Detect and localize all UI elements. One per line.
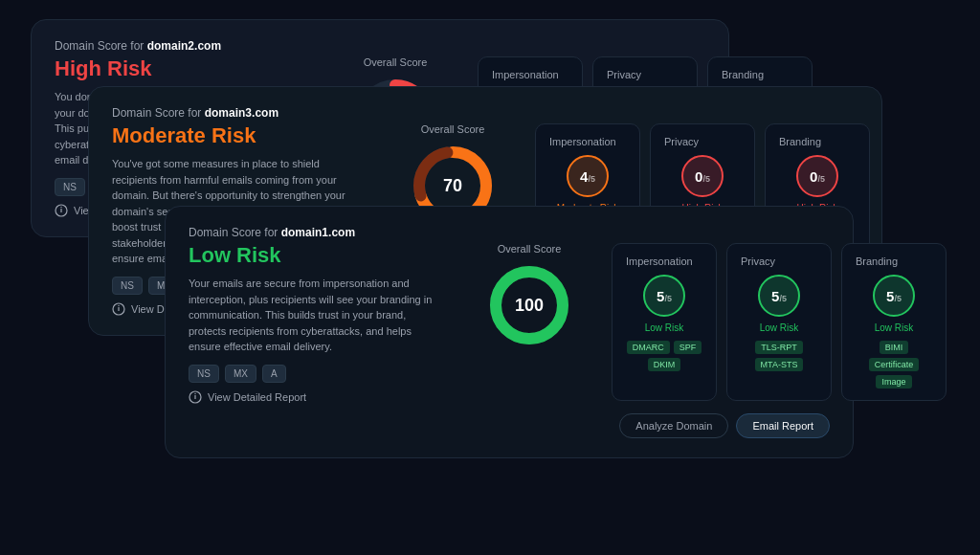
- impersonation-3-badge: 5/5: [643, 275, 685, 317]
- card-2-risk-label: Moderate Risk: [112, 123, 370, 148]
- score-card-impersonation-3: Impersonation 5/5 Low Risk DMARC SPF DKI…: [612, 243, 717, 401]
- svg-point-8: [118, 304, 119, 305]
- impersonation-3-score: 5/5: [657, 288, 672, 304]
- card-2-score-label: Overall Score: [421, 123, 485, 135]
- card-3-report-text: View Detailed Report: [208, 391, 306, 403]
- report-icon: [55, 204, 68, 217]
- svg-point-2: [60, 206, 61, 207]
- branding-3-risk: Low Risk: [856, 322, 932, 333]
- branding-3-tags: BIMI Certificate Image: [856, 341, 932, 388]
- privacy-2-score: 0/5: [695, 168, 710, 185]
- card-3-header: Domain Score for domain1.com: [189, 226, 830, 239]
- branding-1-title: Branding: [722, 69, 798, 80]
- report-icon-2: [112, 302, 125, 316]
- privacy-3-score: 5/5: [771, 288, 787, 304]
- privacy-2-title: Privacy: [664, 136, 741, 147]
- card-1-score-label: Overall Score: [364, 56, 428, 68]
- branding-2-title: Branding: [779, 136, 856, 147]
- branding-3-title: Branding: [856, 255, 932, 267]
- card-3-description: Your emails are secure from impersonatio…: [189, 276, 437, 355]
- tag-cert-3: Certificate: [869, 358, 920, 371]
- tag-dkim-3: DKIM: [648, 358, 681, 371]
- impersonation-2-badge: 4/5: [567, 155, 609, 197]
- score-card-privacy-3: Privacy 5/5 Low Risk TLS-RPT MTA-STS: [726, 243, 832, 401]
- tag-tlsrpt-3: TLS-RPT: [755, 341, 803, 354]
- card-2-header: Domain Score for domain3.com: [112, 106, 858, 120]
- tag-bimi-3: BIMI: [880, 341, 909, 354]
- card-3-score-cards: Impersonation 5/5 Low Risk DMARC SPF DKI…: [612, 243, 947, 401]
- card-3-score-value: 100: [515, 296, 544, 316]
- impersonation-3-tags: DMARC SPF DKIM: [626, 341, 702, 371]
- impersonation-1-title: Impersonation: [492, 69, 568, 80]
- impersonation-2-score: 4/5: [580, 168, 595, 185]
- email-report-button[interactable]: Email Report: [736, 413, 830, 438]
- score-card-branding-3: Branding 5/5 Low Risk BIMI Certificate I…: [841, 243, 947, 401]
- card-3-domain: domain1.com: [281, 226, 355, 239]
- card-3-view-report[interactable]: View Detailed Report: [189, 390, 447, 404]
- privacy-3-tags: TLS-RPT MTA-STS: [741, 341, 817, 371]
- tag-mx-3: MX: [225, 365, 256, 383]
- tag-a-3: A: [262, 365, 286, 383]
- impersonation-3-title: Impersonation: [626, 255, 702, 267]
- tag-ns-2: NS: [112, 277, 143, 295]
- analyze-domain-button[interactable]: Analyze Domain: [619, 413, 728, 438]
- tag-dmarc-3: DMARC: [627, 341, 670, 354]
- card-1-header: Domain Score for domain2.com: [55, 39, 705, 53]
- tag-ns-3: NS: [189, 365, 219, 383]
- impersonation-3-risk: Low Risk: [626, 322, 702, 333]
- tag-spf-3: SPF: [674, 341, 702, 354]
- branding-2-score: 0/5: [810, 168, 825, 185]
- card-3-tags: NS MX A: [189, 365, 447, 383]
- branding-2-badge: 0/5: [796, 155, 838, 197]
- branding-3-score: 5/5: [886, 288, 902, 304]
- domain-card-low-risk: Domain Score for domain1.com Low Risk Yo…: [165, 206, 854, 458]
- privacy-3-badge: 5/5: [758, 275, 800, 317]
- tag-mtasts-3: MTA-STS: [755, 358, 804, 371]
- svg-point-14: [194, 392, 195, 393]
- tag-image-3: Image: [876, 375, 911, 388]
- privacy-3-risk: Low Risk: [741, 322, 817, 333]
- card-3-buttons: Analyze Domain Email Report: [189, 413, 830, 438]
- card-3-donut: 100: [486, 262, 572, 348]
- card-1-domain: domain2.com: [147, 39, 221, 53]
- report-icon-3: [189, 390, 202, 404]
- privacy-3-title: Privacy: [741, 255, 817, 267]
- card-2-domain: domain3.com: [205, 106, 278, 120]
- branding-3-badge: 5/5: [873, 275, 915, 317]
- card-3-chart: Overall Score 100: [462, 243, 596, 348]
- tag-ns: NS: [55, 178, 85, 196]
- card-3-left: Low Risk Your emails are secure from imp…: [189, 243, 447, 404]
- privacy-2-badge: 0/5: [681, 155, 724, 197]
- card-3-risk-label: Low Risk: [189, 243, 447, 268]
- card-2-score-value: 70: [443, 176, 462, 196]
- card-3-score-label: Overall Score: [498, 243, 562, 255]
- card-1-risk-label: High Risk: [55, 56, 313, 81]
- cards-container: Domain Score for domain2.com High Risk Y…: [31, 19, 949, 536]
- privacy-1-title: Privacy: [607, 69, 683, 80]
- impersonation-2-title: Impersonation: [549, 136, 626, 147]
